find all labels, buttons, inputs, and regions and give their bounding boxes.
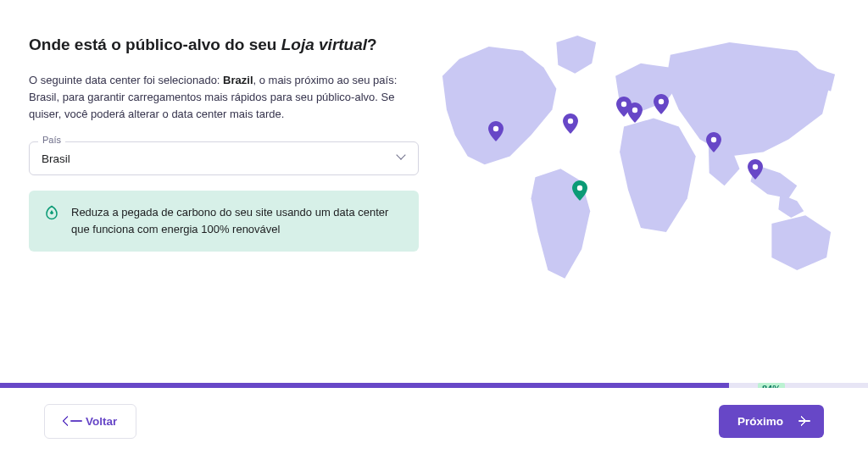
next-button-label: Próximo [737, 415, 783, 428]
map-pin-icon [748, 159, 763, 180]
svg-point-4 [659, 99, 664, 104]
page-heading: Onde está o público-alvo do seu Loja vir… [29, 34, 419, 57]
heading-emphasis: Loja virtual [281, 36, 367, 53]
leaf-eco-icon [44, 205, 59, 224]
heading-prefix: Onde está o público-alvo do seu [29, 36, 281, 53]
svg-point-1 [568, 118, 573, 123]
country-select-value: Brasil [42, 152, 70, 165]
arrow-right-icon [792, 417, 805, 425]
map-pin-icon [627, 102, 643, 123]
map-pin-icon [563, 114, 578, 134]
heading-suffix: ? [367, 36, 377, 53]
selected-datacenter: Brazil [223, 74, 253, 86]
world-map [417, 25, 856, 296]
eco-banner-text: Reduza a pegada de carbono do seu site u… [71, 204, 403, 238]
country-select[interactable]: País Brasil [29, 141, 419, 175]
svg-point-0 [493, 126, 498, 131]
back-button-label: Voltar [86, 415, 117, 428]
map-pin-icon [706, 132, 721, 152]
chevron-down-icon [398, 154, 406, 163]
eco-banner: Reduza a pegada de carbono do seu site u… [29, 191, 419, 252]
back-button[interactable]: Voltar [44, 404, 136, 439]
map-pin-icon [654, 94, 669, 114]
svg-point-7 [576, 185, 581, 191]
map-pin-icon [572, 180, 587, 201]
map-pin-icon [488, 121, 504, 141]
svg-point-6 [753, 163, 758, 169]
svg-point-2 [621, 102, 626, 107]
next-button[interactable]: Próximo [719, 405, 824, 438]
description-text: O seguinte data center foi selecionado: … [29, 72, 419, 123]
svg-point-5 [710, 137, 715, 142]
arrow-left-icon [64, 417, 77, 425]
svg-point-3 [632, 108, 637, 113]
footer-navigation: Voltar Próximo [0, 388, 868, 454]
country-select-label: País [38, 135, 65, 145]
